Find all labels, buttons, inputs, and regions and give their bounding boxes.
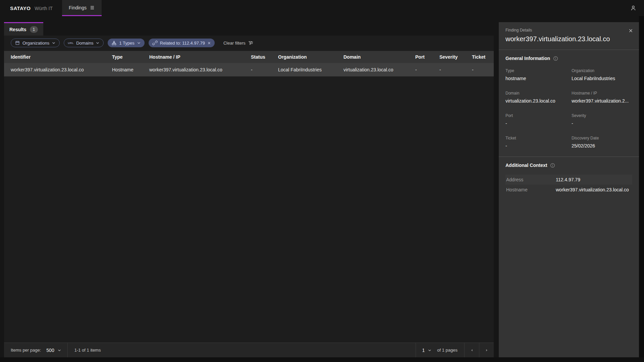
page-number-value: 1 — [422, 348, 425, 353]
caret-right-icon — [485, 348, 489, 352]
context-row-hostname: Hostname worker397.virtualization.23.loc… — [505, 185, 632, 195]
tab-findings[interactable]: Findings — [62, 0, 102, 16]
list-icon — [90, 5, 95, 10]
cell-severity: - — [433, 63, 465, 76]
items-range-text: 1-1 of 1 items — [68, 343, 101, 357]
storefront-icon — [15, 40, 20, 46]
field-discovery-date: Discovery Date 25/02/2026 — [572, 136, 632, 148]
cell-ticket: - — [465, 63, 494, 76]
filter-domains[interactable]: URL Domains — [64, 39, 104, 47]
field-value: worker397.virtualization.2... — [572, 98, 632, 104]
table-row[interactable]: worker397.virtualization.23.local.co Hos… — [4, 63, 494, 76]
field-hostname-ip: Hostname / IP worker397.virtualization.2… — [572, 91, 632, 104]
field-label: Discovery Date — [572, 136, 632, 140]
context-value: 112.4.97.79 — [556, 177, 580, 182]
main-area: Results 1 Organizations — [0, 16, 644, 357]
field-port: Port - — [505, 113, 566, 126]
field-value: Local FabriIndustries — [572, 76, 632, 81]
column-header-domain[interactable]: Domain — [337, 51, 409, 63]
table-header-row: Identifier Type Hostname / IP Status Org… — [4, 51, 494, 63]
filter-domains-label: Domains — [76, 41, 93, 46]
results-content: Results 1 Organizations — [4, 16, 494, 357]
field-domain: Domain virtualization.23.local.co — [505, 91, 566, 104]
pages-count-label: of 1 pages — [437, 343, 464, 357]
column-header-severity[interactable]: Severity — [433, 51, 465, 63]
additional-context-rows: Address 112.4.97.79 Hostname worker397.v… — [505, 175, 632, 195]
tab-results[interactable]: Results 1 — [4, 22, 43, 36]
filter-related-label: Related to: 112.4.97.79 — [160, 41, 205, 46]
field-label: Type — [505, 68, 566, 73]
cell-status: - — [244, 63, 271, 76]
panel-header: Finding Details worker397.virtualization… — [499, 22, 639, 50]
column-header-organization[interactable]: Organization — [271, 51, 337, 63]
filter-types-label: 1 Types — [119, 41, 134, 46]
chevron-down-icon — [428, 348, 432, 352]
page-size-select[interactable]: 500 — [41, 343, 67, 357]
cell-type: Hostname — [105, 63, 143, 76]
close-icon — [629, 28, 633, 33]
results-count-badge: 1 — [30, 26, 38, 33]
cell-domain: virtualization.23.local.co — [337, 63, 409, 76]
column-header-type[interactable]: Type — [105, 51, 143, 63]
field-organization: Organization Local FabriIndustries — [572, 68, 632, 81]
field-value: hostname — [505, 76, 566, 81]
brand: SATAYO Würth IT — [10, 5, 53, 11]
general-information-heading: General Information — [505, 56, 550, 61]
additional-context-heading: Additional Context — [505, 163, 547, 168]
field-ticket: Ticket - — [505, 136, 566, 148]
field-label: Domain — [505, 91, 566, 96]
hierarchy-icon — [111, 40, 117, 46]
panel-eyebrow: Finding Details — [505, 28, 632, 33]
filter-organizations[interactable]: Organizations — [11, 39, 60, 47]
pagination-bar: Items per page: 500 1-1 of 1 items 1 of — [4, 343, 494, 357]
field-label: Ticket — [505, 136, 566, 140]
chevron-down-icon — [57, 348, 61, 352]
clear-filters-button[interactable]: Clear filters — [223, 41, 253, 46]
context-row-address: Address 112.4.97.79 — [505, 175, 632, 185]
context-label: Hostname — [505, 187, 556, 192]
info-icon[interactable] — [553, 56, 558, 61]
general-information-fields: Type hostname Organization Local FabriIn… — [505, 68, 632, 148]
info-icon[interactable] — [550, 163, 555, 168]
column-header-ticket[interactable]: Ticket — [465, 51, 494, 63]
page-number-select[interactable]: 1 — [416, 343, 437, 357]
field-label: Severity — [572, 113, 632, 118]
results-table-area: Organizations URL Domains — [4, 36, 494, 357]
field-label: Hostname / IP — [572, 91, 632, 96]
field-label: Organization — [572, 68, 632, 73]
field-value: - — [505, 121, 566, 126]
column-header-hostname-ip[interactable]: Hostname / IP — [143, 51, 244, 63]
page-size-value: 500 — [46, 348, 54, 353]
field-severity: Severity - — [572, 113, 632, 126]
cell-port: - — [409, 63, 433, 76]
chevron-down-icon — [137, 41, 141, 45]
table-empty-space — [4, 76, 494, 343]
field-value: - — [572, 121, 632, 126]
column-header-port[interactable]: Port — [409, 51, 433, 63]
findings-tab-label: Findings — [69, 5, 87, 10]
page-navigation: 1 of 1 pages — [416, 343, 494, 357]
general-information-section: General Information Type hostname Organi… — [499, 50, 639, 157]
items-per-page-label: Items per page: — [4, 343, 41, 357]
panel-title: worker397.virtualization.23.local.co — [505, 35, 632, 43]
filter-related-to[interactable]: Related to: 112.4.97.79 — [149, 39, 215, 47]
clear-filters-label: Clear filters — [223, 41, 246, 46]
cell-hostname-ip: worker397.virtualization.23.local.co — [143, 63, 244, 76]
previous-page-button[interactable] — [464, 343, 479, 357]
brand-organization: Würth IT — [35, 6, 53, 11]
url-icon: URL — [68, 42, 74, 45]
field-value: 25/02/2026 — [572, 143, 632, 148]
next-page-button[interactable] — [479, 343, 494, 357]
filter-organizations-label: Organizations — [22, 41, 49, 46]
cell-identifier[interactable]: worker397.virtualization.23.local.co — [4, 63, 105, 76]
filter-types[interactable]: 1 Types — [108, 39, 144, 47]
results-tab-label: Results — [9, 27, 26, 32]
column-header-status[interactable]: Status — [244, 51, 271, 63]
user-account-icon[interactable] — [628, 3, 639, 13]
results-table: Identifier Type Hostname / IP Status Org… — [4, 51, 494, 76]
close-panel-button[interactable] — [626, 25, 636, 36]
column-header-identifier[interactable]: Identifier — [4, 51, 105, 63]
cell-organization: Local FabriIndustries — [271, 63, 337, 76]
scrollbar-gutter[interactable] — [639, 16, 644, 357]
app-root: SATAYO Würth IT Findings Results 1 — [0, 0, 644, 362]
